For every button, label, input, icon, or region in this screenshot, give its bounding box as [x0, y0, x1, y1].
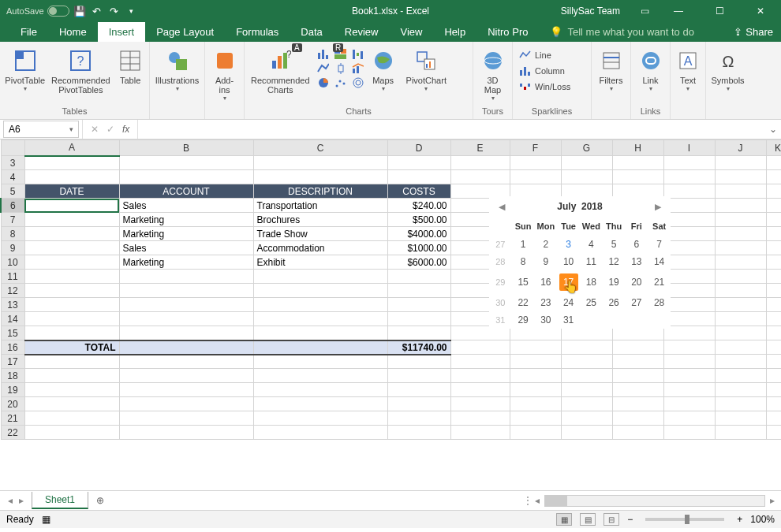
cell[interactable] [561, 426, 612, 440]
cell[interactable]: Sales [119, 199, 253, 213]
filters-button[interactable]: Filters▾ [595, 45, 627, 95]
calendar-day[interactable]: 26 [603, 294, 626, 311]
cell[interactable] [119, 426, 253, 440]
cell[interactable] [387, 397, 450, 411]
cell[interactable] [766, 397, 781, 411]
cell[interactable] [450, 340, 510, 355]
row-header[interactable]: 18 [1, 369, 24, 383]
cell[interactable] [663, 241, 715, 255]
calendar-prev-icon[interactable]: ◀ [499, 202, 505, 212]
ribbon-display-icon[interactable]: ▭ [634, 0, 655, 22]
cell[interactable] [119, 369, 253, 383]
tab-page-layout[interactable]: Page Layout [145, 22, 225, 42]
cell[interactable] [715, 241, 766, 255]
row-header[interactable]: 7 [1, 213, 24, 227]
cell[interactable] [510, 170, 561, 184]
cell[interactable] [715, 397, 766, 411]
cell[interactable] [612, 170, 663, 184]
fx-icon[interactable]: fx [122, 124, 129, 135]
cell[interactable]: COSTS [387, 184, 450, 199]
row-header[interactable]: 22 [1, 426, 24, 440]
cell[interactable] [253, 170, 387, 184]
cell[interactable] [663, 184, 715, 199]
cell[interactable] [766, 340, 781, 355]
enter-formula-icon[interactable]: ✓ [106, 124, 114, 135]
calendar-day[interactable]: 31 [557, 311, 580, 329]
pie-chart-icon[interactable] [316, 76, 329, 89]
cell[interactable] [253, 298, 387, 312]
cell[interactable]: $500.00 [387, 213, 450, 227]
link-button[interactable]: Link▾ [634, 45, 667, 95]
cell[interactable] [450, 355, 510, 369]
cell[interactable] [119, 284, 253, 298]
cell[interactable]: Accommodation [253, 241, 387, 255]
cell[interactable] [715, 340, 766, 355]
cell[interactable] [24, 284, 119, 298]
calendar-day[interactable]: 18 [580, 270, 603, 294]
calendar-day[interactable]: 6 [626, 236, 648, 253]
cell[interactable] [387, 312, 450, 326]
share-button[interactable]: ⇪ Share [726, 22, 781, 42]
cell[interactable] [766, 298, 781, 312]
cell[interactable] [450, 383, 510, 397]
cell[interactable] [612, 383, 663, 397]
cell[interactable] [663, 340, 715, 355]
name-box[interactable]: A6▾ [3, 121, 79, 138]
normal-view-button[interactable]: ▦ [556, 513, 572, 526]
cell[interactable] [510, 369, 561, 383]
cell[interactable] [387, 426, 450, 440]
cell[interactable] [387, 355, 450, 369]
calendar-day[interactable]: 21 [648, 270, 671, 294]
cell[interactable] [24, 369, 119, 383]
calendar-day[interactable]: 8 [512, 253, 535, 270]
cell[interactable] [766, 355, 781, 369]
maximize-icon[interactable]: ☐ [702, 0, 737, 22]
tab-nitro-pro[interactable]: Nitro Pro [476, 22, 539, 42]
table-button[interactable]: Table [114, 45, 146, 87]
calendar-day[interactable]: 7 [648, 236, 671, 253]
undo-icon[interactable]: ↶ [90, 4, 104, 18]
cell[interactable] [561, 156, 612, 170]
cell[interactable] [715, 369, 766, 383]
cell[interactable]: ACCOUNT [119, 184, 253, 199]
cell[interactable] [450, 411, 510, 426]
cell[interactable] [24, 397, 119, 411]
illustrations-button[interactable]: Illustrations▾ [153, 45, 201, 95]
horizontal-scrollbar[interactable] [544, 495, 765, 507]
calendar-day[interactable]: 30 [535, 311, 558, 329]
cell[interactable] [510, 411, 561, 426]
cell[interactable] [387, 156, 450, 170]
cell[interactable] [663, 326, 715, 340]
cell[interactable]: Transportation [253, 199, 387, 213]
symbols-button[interactable]: Ω Symbols▾ [709, 45, 746, 95]
cell[interactable] [715, 227, 766, 241]
cell[interactable] [119, 312, 253, 326]
cell[interactable] [715, 355, 766, 369]
cell[interactable] [715, 312, 766, 326]
cell[interactable]: Sales [119, 241, 253, 255]
tab-formulas[interactable]: Formulas [225, 22, 290, 42]
cell[interactable] [24, 170, 119, 184]
date-picker-calendar[interactable]: ◀ July 2018 ▶ SunMonTueWedThuFriSat 2712… [489, 196, 671, 329]
cell[interactable] [24, 255, 119, 270]
cell[interactable] [612, 156, 663, 170]
cell[interactable] [766, 227, 781, 241]
cell[interactable] [715, 184, 766, 199]
minimize-icon[interactable]: — [661, 0, 696, 22]
calendar-day[interactable]: 13 [626, 253, 648, 270]
expand-formula-bar-icon[interactable]: ⌄ [765, 124, 781, 135]
row-header[interactable]: 5 [1, 184, 24, 199]
cell[interactable]: $240.00 [387, 199, 450, 213]
calendar-day[interactable]: 9 [535, 253, 558, 270]
cell[interactable] [663, 170, 715, 184]
cell[interactable] [24, 213, 119, 227]
cell[interactable] [387, 326, 450, 340]
sparkline-column-button[interactable]: Column [516, 64, 574, 78]
calendar-day[interactable]: 2 [535, 236, 558, 253]
cell[interactable]: Marketing [119, 227, 253, 241]
cell[interactable] [450, 369, 510, 383]
cell[interactable] [663, 227, 715, 241]
cell[interactable] [561, 383, 612, 397]
cell[interactable] [766, 170, 781, 184]
sparkline-line-button[interactable]: Line [516, 48, 574, 62]
